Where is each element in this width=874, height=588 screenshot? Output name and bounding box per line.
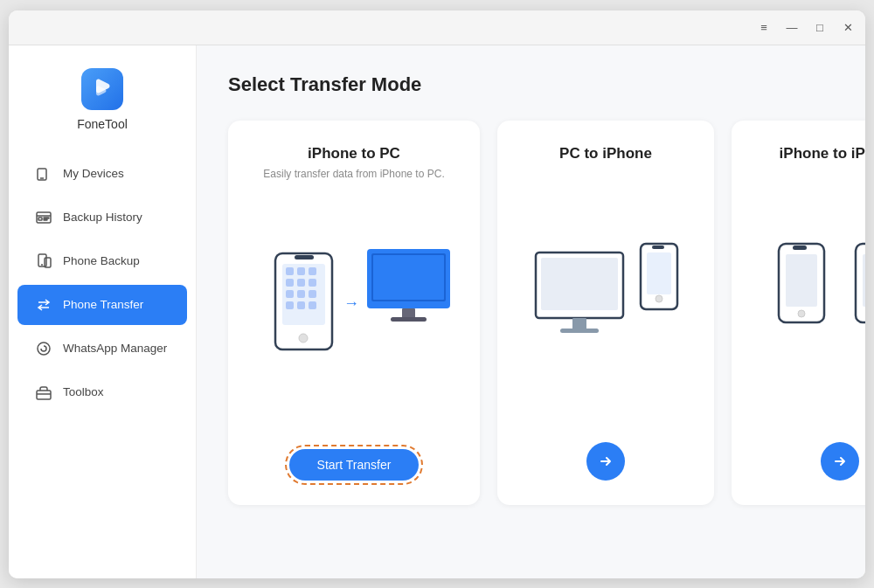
svg-rect-38 xyxy=(560,329,599,333)
svg-rect-21 xyxy=(286,290,294,298)
pc-to-iphone-arrow-button[interactable] xyxy=(586,442,625,481)
sidebar-item-toolbox[interactable]: Toolbox xyxy=(17,372,187,412)
phone-backup-icon xyxy=(35,252,52,270)
toolbox-icon xyxy=(35,384,52,401)
svg-rect-41 xyxy=(652,246,664,249)
svg-rect-5 xyxy=(44,218,49,218)
sidebar-label-phone-transfer: Phone Transfer xyxy=(63,298,143,311)
app-window: ≡ — □ ✕ FoneTool xyxy=(9,10,865,578)
main-content: Select Transfer Mode iPhone to PC Easily… xyxy=(197,45,865,578)
app-name: FoneTool xyxy=(77,117,128,131)
svg-rect-6 xyxy=(44,219,47,220)
sidebar-item-backup-history[interactable]: Backup History xyxy=(17,197,187,238)
device-icon xyxy=(35,165,52,183)
app-logo xyxy=(81,68,123,110)
start-transfer-button[interactable]: Start Transfer xyxy=(289,449,420,481)
menu-icon[interactable]: ≡ xyxy=(757,20,771,34)
svg-point-42 xyxy=(656,295,662,302)
card-iphone-to-pc-subtitle: Easily transfer data from iPhone to PC. xyxy=(263,168,444,180)
svg-rect-40 xyxy=(647,252,671,294)
whatsapp-icon xyxy=(35,340,52,357)
svg-rect-17 xyxy=(309,267,316,275)
card-iphone-to-pc-action: Start Transfer xyxy=(289,449,420,481)
sidebar-label-toolbox: Toolbox xyxy=(63,385,104,398)
backup-icon xyxy=(35,209,52,226)
card-iphone-to-pc-title: iPhone to PC xyxy=(308,145,400,163)
svg-rect-36 xyxy=(541,258,618,310)
svg-point-46 xyxy=(798,310,805,317)
iphone-to-iphone-arrow-button[interactable] xyxy=(821,442,859,481)
svg-rect-32 xyxy=(373,255,444,300)
card-pc-to-iphone-illustration xyxy=(518,189,693,421)
logo-area: FoneTool xyxy=(9,54,196,152)
maximize-button[interactable]: □ xyxy=(813,20,827,34)
card-pc-to-iphone: PC to iPhone xyxy=(497,121,714,505)
close-button[interactable]: ✕ xyxy=(841,20,855,34)
sidebar-label-whatsapp-manager: WhatsApp Manager xyxy=(63,342,167,355)
svg-point-27 xyxy=(299,334,308,342)
svg-rect-11 xyxy=(37,391,51,399)
svg-rect-18 xyxy=(286,279,294,287)
svg-rect-37 xyxy=(572,318,586,330)
svg-text:→: → xyxy=(343,294,359,312)
sidebar-item-phone-transfer[interactable]: Phone Transfer xyxy=(17,285,187,325)
svg-rect-19 xyxy=(297,279,305,287)
svg-rect-23 xyxy=(309,290,316,298)
cards-row: iPhone to PC Easily transfer data from i… xyxy=(228,121,834,505)
svg-rect-16 xyxy=(297,267,305,275)
svg-rect-26 xyxy=(309,301,316,309)
sidebar-label-phone-backup: Phone Backup xyxy=(63,254,140,267)
sidebar-item-phone-backup[interactable]: Phone Backup xyxy=(17,241,187,281)
svg-rect-34 xyxy=(391,317,427,322)
sidebar-label-backup-history: Backup History xyxy=(63,211,142,224)
svg-rect-22 xyxy=(297,290,305,298)
card-pc-to-iphone-action xyxy=(586,442,625,481)
card-iphone-to-pc-illustration: → xyxy=(249,201,459,428)
card-iphone-to-pc: iPhone to PC Easily transfer data from i… xyxy=(228,121,480,505)
sidebar-label-my-devices: My Devices xyxy=(63,167,124,180)
titlebar: ≡ — □ ✕ xyxy=(9,10,865,45)
card-iphone-to-iphone-action xyxy=(821,442,859,481)
sidebar-item-my-devices[interactable]: My Devices xyxy=(17,154,187,194)
card-iphone-to-iphone-title: iPhone to iPhone xyxy=(780,145,865,163)
svg-rect-4 xyxy=(38,218,42,220)
svg-rect-45 xyxy=(793,246,807,250)
card-pc-to-iphone-title: PC to iPhone xyxy=(559,145,652,163)
app-body: FoneTool My Devices xyxy=(9,45,865,578)
svg-rect-28 xyxy=(295,255,314,259)
card-iphone-to-iphone: iPhone to iPhone xyxy=(732,121,865,505)
svg-rect-44 xyxy=(786,254,817,307)
sidebar: FoneTool My Devices xyxy=(9,45,197,578)
sidebar-item-whatsapp-manager[interactable]: WhatsApp Manager xyxy=(17,329,187,369)
svg-rect-24 xyxy=(286,301,294,309)
svg-rect-20 xyxy=(309,279,316,287)
card-iphone-to-iphone-illustration xyxy=(753,189,865,421)
svg-rect-25 xyxy=(297,301,305,309)
transfer-icon xyxy=(35,296,52,314)
page-title: Select Transfer Mode xyxy=(228,73,834,96)
svg-point-10 xyxy=(38,342,50,355)
svg-rect-48 xyxy=(863,254,865,307)
svg-rect-15 xyxy=(286,267,294,275)
minimize-button[interactable]: — xyxy=(785,20,799,34)
